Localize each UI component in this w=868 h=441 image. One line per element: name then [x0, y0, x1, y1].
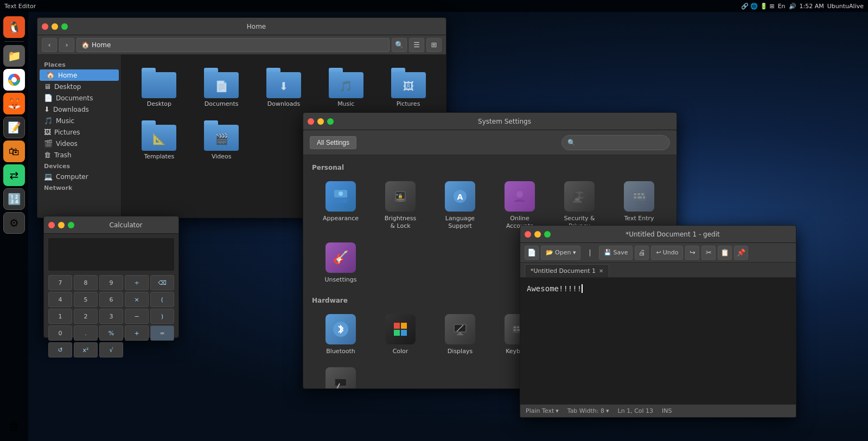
gedit-tabs: *Untitled Document 1 ✕	[520, 263, 796, 278]
settings-appearance[interactable]: Appearance	[312, 176, 369, 235]
gedit-tab-close[interactable]: ✕	[599, 268, 603, 274]
folder-music[interactable]: 🎵 Music	[317, 63, 375, 112]
calc-8[interactable]: 8	[74, 275, 98, 290]
calc-minus[interactable]: −	[125, 309, 149, 324]
calc-square[interactable]: x²	[74, 342, 98, 357]
settings-language[interactable]: A LanguageSupport	[431, 176, 489, 235]
gedit-text-type[interactable]: Plain Text ▾	[526, 407, 559, 414]
gedit-print-button[interactable]: 🖨	[635, 246, 649, 260]
gedit-new-button[interactable]: 📄	[525, 246, 539, 260]
calc-sqrt[interactable]: √	[99, 342, 123, 357]
calc-7[interactable]: 7	[48, 275, 72, 290]
folder-pictures[interactable]: 🖼 Pictures	[379, 63, 437, 112]
gedit-open-button[interactable]: 📂 Open ▾	[541, 246, 580, 260]
calc-divide[interactable]: ÷	[125, 275, 149, 290]
calc-5[interactable]: 5	[74, 292, 98, 307]
calc-percent[interactable]: %	[99, 325, 123, 341]
sidebar-item-trash[interactable]: 🗑 Trash	[37, 149, 121, 161]
settings-color[interactable]: Color	[372, 309, 429, 360]
filemanager-close[interactable]	[42, 23, 48, 30]
calc-6[interactable]: 6	[99, 292, 123, 307]
list-view-button[interactable]: ☰	[409, 38, 424, 52]
settings-displays[interactable]: Displays	[431, 309, 489, 360]
dock-calc[interactable]: 🔢	[3, 188, 25, 210]
calc-dot[interactable]: .	[74, 325, 98, 341]
sidebar-item-desktop[interactable]: 🖥 Desktop	[37, 81, 121, 92]
forward-button[interactable]: ›	[59, 38, 74, 52]
sidebar-item-videos[interactable]: 🎬 Videos	[37, 138, 121, 149]
sidebar-item-documents[interactable]: 📄 Documents	[37, 92, 121, 104]
gedit-copy-button[interactable]: 📋	[718, 246, 732, 260]
sidebar-item-computer[interactable]: 💻 Computer	[37, 171, 121, 182]
gedit-tab-label: *Untitled Document 1	[531, 267, 596, 274]
gedit-min[interactable]	[534, 231, 541, 238]
dock-firefox[interactable]: 🦊	[3, 93, 25, 114]
settings-bluetooth[interactable]: Bluetooth	[312, 309, 369, 360]
dock-settings[interactable]: ⚙	[3, 212, 25, 234]
folder-desktop[interactable]: Desktop	[130, 63, 188, 112]
folder-videos[interactable]: 🎬 Videos	[193, 116, 251, 164]
gedit-max[interactable]	[544, 231, 551, 238]
dock-ubuntu[interactable]: 🐧	[3, 16, 25, 38]
appearance-icon	[326, 181, 356, 212]
calc-9[interactable]: 9	[99, 275, 123, 290]
gedit-cut-button[interactable]: ✂	[701, 246, 716, 260]
folder-pictures-icon: 🖼	[391, 68, 426, 98]
calc-backspace[interactable]: ⌫	[150, 275, 174, 290]
settings-unsettings[interactable]: 🎸 Unsettings	[312, 237, 369, 288]
gedit-save-button[interactable]: 💾 Save	[599, 246, 633, 260]
filemanager-min[interactable]	[52, 23, 58, 30]
calc-3[interactable]: 3	[99, 309, 123, 324]
settings-wacom[interactable]: WacomTablet	[312, 362, 369, 388]
gedit-tab-width[interactable]: Tab Width: 8 ▾	[567, 407, 609, 414]
gedit-paste-button[interactable]: 📌	[734, 246, 748, 260]
calc-0[interactable]: 0	[48, 325, 72, 341]
gedit-tab-1[interactable]: *Untitled Document 1 ✕	[525, 264, 609, 277]
gedit-undo-button[interactable]: ↩ Undo	[651, 246, 683, 260]
calc-open-paren[interactable]: (	[150, 292, 174, 307]
sidebar-item-home[interactable]: 🏠 Home	[40, 69, 119, 81]
search-button[interactable]: 🔍	[392, 38, 407, 52]
calc-multiply[interactable]: ×	[125, 292, 149, 307]
calc-2[interactable]: 2	[74, 309, 98, 324]
calculator-min[interactable]	[58, 222, 65, 228]
folder-downloads[interactable]: ⬇ Downloads	[255, 63, 313, 112]
filemanager-max[interactable]	[61, 23, 68, 30]
dock: 🐧 📁 🦊 📝 🛍 ⇄ 🔢 ⚙ 🗑	[0, 12, 28, 441]
dock-appstore[interactable]: 🛍	[3, 140, 25, 162]
folder-templates[interactable]: 📐 Templates	[130, 116, 188, 164]
dock-gedit[interactable]: 📝	[3, 117, 25, 138]
gedit-insert-mode: INS	[662, 407, 672, 414]
settings-close[interactable]	[308, 118, 314, 125]
documents-icon: 📄	[44, 94, 53, 102]
calc-close-paren[interactable]: )	[150, 309, 174, 324]
location-bar[interactable]: 🏠 Home	[76, 38, 390, 52]
dock-chrome[interactable]	[3, 69, 25, 91]
dock-trash[interactable]: 🗑	[3, 415, 25, 437]
all-settings-button[interactable]: All Settings	[310, 136, 356, 149]
gedit-close[interactable]	[525, 231, 531, 238]
dock-toggle[interactable]: ⇄	[3, 164, 25, 186]
folder-pictures-label: Pictures	[397, 100, 420, 107]
sidebar-item-downloads[interactable]: ⬇ Downloads	[37, 104, 121, 115]
gedit-editor[interactable]: Awesome!!!!!	[520, 278, 796, 404]
calc-4[interactable]: 4	[48, 292, 72, 307]
sidebar-item-pictures[interactable]: 🖼 Pictures	[37, 126, 121, 138]
settings-min[interactable]	[317, 118, 324, 125]
gedit-redo-button[interactable]: ↪	[685, 246, 699, 260]
settings-search[interactable]: 🔍	[561, 135, 670, 150]
calc-undo[interactable]: ↺	[48, 342, 72, 357]
folder-documents[interactable]: 📄 Documents	[193, 63, 251, 112]
settings-max[interactable]	[327, 118, 334, 125]
calculator-max[interactable]	[68, 222, 74, 228]
calc-equals[interactable]: =	[150, 325, 174, 341]
calc-1[interactable]: 1	[48, 309, 72, 324]
calculator-close[interactable]	[48, 222, 55, 228]
settings-brightness[interactable]: 🔒 Brightness& Lock	[372, 176, 429, 235]
text-entry-label: Text Entry	[624, 215, 654, 222]
dock-files[interactable]: 📁	[3, 45, 25, 67]
sidebar-item-music[interactable]: 🎵 Music	[37, 115, 121, 126]
back-button[interactable]: ‹	[42, 38, 57, 52]
grid-view-button[interactable]: ⊞	[426, 38, 442, 52]
calc-plus[interactable]: +	[125, 325, 149, 341]
